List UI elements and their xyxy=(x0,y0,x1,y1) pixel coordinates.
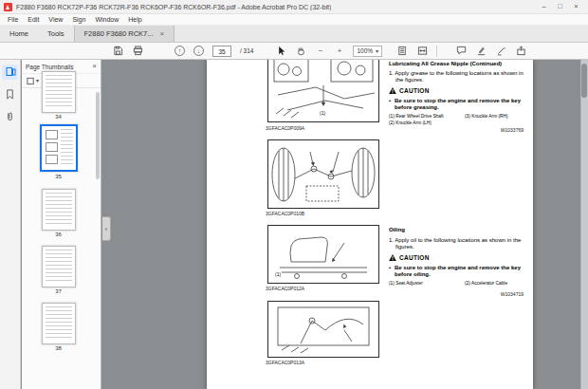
attachments-paperclip-icon[interactable] xyxy=(2,108,18,123)
main-toolbar: ↑ ↓ 35 / 314 − + 100% ▾ xyxy=(0,43,588,60)
close-button[interactable]: × xyxy=(568,0,584,13)
bookmarks-panel-icon[interactable] xyxy=(2,86,18,102)
legend-item: (1) Seat Adjuster xyxy=(389,281,465,287)
greasing-legend: (1) Rear Wheel Drive Shaft (3) Knuckle A… xyxy=(389,114,524,126)
oiling-step: 1. Apply oil to the following locations … xyxy=(389,237,524,250)
figure-accelerator-cable xyxy=(267,301,379,358)
thumbnail-figure xyxy=(46,142,58,152)
greasing-warning-text: Be sure to stop the engine and remove th… xyxy=(395,98,524,111)
tab-document[interactable]: F2880 F3680 RCK7... × xyxy=(74,26,175,42)
thumbnail-label: 37 xyxy=(22,288,95,294)
figure-callout: (1) xyxy=(319,110,326,116)
figure-drive-shaft: (1) xyxy=(267,60,379,122)
panel-close-icon[interactable]: × xyxy=(92,63,97,70)
tab-tools[interactable]: Tools xyxy=(38,26,74,42)
menu-file[interactable]: File xyxy=(3,14,23,26)
chevron-down-icon: ▾ xyxy=(376,48,378,54)
caution-label: CAUTION xyxy=(399,87,430,94)
select-tool-icon[interactable] xyxy=(275,46,286,57)
caution-label: CAUTION xyxy=(399,254,430,261)
tab-document-label: F2880 F3680 RCK7... xyxy=(84,29,154,38)
tab-bar: Home Tools F2880 F3680 RCK7... × xyxy=(0,26,588,43)
bullet-icon: • xyxy=(389,98,393,111)
figure-illustration xyxy=(268,302,378,357)
thumbnail-label: 36 xyxy=(22,232,95,237)
thumbnail-label: 35 xyxy=(22,174,95,179)
zoom-in-button[interactable]: + xyxy=(334,46,344,55)
thumbnail-label: 38 xyxy=(22,345,95,351)
next-page-button[interactable]: ↓ xyxy=(193,46,204,56)
collapse-panel-button[interactable]: ‹ xyxy=(102,216,111,241)
greasing-heading: Lubricating All Grease Nipple (Continued… xyxy=(389,61,524,66)
reference-code: W1033769 xyxy=(389,127,524,133)
print-icon[interactable] xyxy=(132,46,143,57)
figure-callout: (1) xyxy=(274,271,282,277)
menu-view[interactable]: View xyxy=(44,14,67,26)
tab-home[interactable]: Home xyxy=(0,26,38,42)
window-controls: – □ × xyxy=(536,0,584,13)
thumbnail-page-35[interactable] xyxy=(40,124,78,172)
share-icon[interactable] xyxy=(515,46,526,57)
navigation-rail xyxy=(0,60,21,389)
minimize-button[interactable]: – xyxy=(536,0,552,13)
figure-illustration xyxy=(268,140,378,208)
hand-tool-icon[interactable] xyxy=(295,46,306,57)
menu-help[interactable]: Help xyxy=(123,14,146,26)
oiling-legend: (1) Seat Adjuster (2) Accelerator Cable xyxy=(389,281,524,287)
toolbar-divider xyxy=(436,46,437,57)
thumbnail-page-36[interactable] xyxy=(42,189,76,231)
figure-illustration xyxy=(268,226,378,283)
oiling-caution: CAUTION xyxy=(389,254,524,261)
page-thumbnails-panel: Page Thumbnails × ▾ 34 35 xyxy=(22,60,101,389)
zoom-level-dropdown[interactable]: 100% ▾ xyxy=(353,46,382,57)
panel-scrollbar-thumb[interactable] xyxy=(96,92,100,179)
legend-item: (2) Knuckle Arm (LH) xyxy=(389,120,465,127)
menu-sign[interactable]: Sign xyxy=(67,14,90,26)
thumbnail-page-37[interactable] xyxy=(42,246,76,287)
figure-code: 3GFACAC0P013A xyxy=(266,360,304,365)
figure-knuckle-arms xyxy=(267,139,379,209)
page-thumbnails-panel-icon[interactable] xyxy=(2,65,18,80)
oiling-warning-text: Be sure to stop the engine and remove th… xyxy=(395,265,524,278)
caution-triangle-icon xyxy=(389,87,396,94)
greasing-warning: • Be sure to stop the engine and remove … xyxy=(389,98,524,111)
fill-sign-icon[interactable] xyxy=(495,46,506,57)
thumbnail-options-icon[interactable]: ▾ xyxy=(27,77,39,85)
legend-item: (2) Accelerator Cable xyxy=(465,281,524,287)
zoom-out-button[interactable]: − xyxy=(315,46,325,55)
zoom-level-value: 100% xyxy=(357,47,373,54)
thumbnail-content xyxy=(46,250,72,284)
thumbnail-label: 34 xyxy=(22,114,95,120)
thumbnail-page-38[interactable] xyxy=(42,303,76,344)
caution-triangle-icon xyxy=(389,254,396,261)
page-text-column: Lubricating All Grease Nipple (Continued… xyxy=(389,60,524,389)
previous-page-button[interactable]: ↑ xyxy=(175,46,185,56)
figure-seat-adjuster: (1) xyxy=(267,225,379,284)
legend-item xyxy=(465,120,524,127)
page-count-label: / 314 xyxy=(240,47,253,54)
reference-code: W1034719 xyxy=(389,291,524,297)
chevron-down-icon: ▾ xyxy=(36,78,39,83)
greasing-caution: CAUTION xyxy=(389,87,524,94)
highlight-icon[interactable] xyxy=(475,46,487,57)
document-scrollbar[interactable] xyxy=(580,60,588,389)
thumbnail-figure xyxy=(46,155,58,164)
figure-code: 3GFACAC0P009A xyxy=(266,125,304,131)
oiling-warning: • Be sure to stop the engine and remove … xyxy=(389,265,524,278)
save-icon[interactable] xyxy=(112,46,123,57)
menu-edit[interactable]: Edit xyxy=(23,14,44,26)
thumbnail-content xyxy=(61,129,73,167)
thumbnail-content xyxy=(46,75,72,109)
fit-width-icon[interactable] xyxy=(416,46,428,57)
page-number-input[interactable]: 35 xyxy=(212,46,231,57)
thumbnail-content xyxy=(46,193,72,227)
figure-code: 3GFACAC0P010B xyxy=(266,211,304,216)
menu-window[interactable]: Window xyxy=(90,14,123,26)
maximize-button[interactable]: □ xyxy=(552,0,568,13)
comment-icon[interactable] xyxy=(455,46,467,57)
scrollbar-thumb[interactable] xyxy=(581,64,587,98)
figure-code: 3GFACAC0P012A xyxy=(266,286,304,291)
page-display-dropdown-icon[interactable] xyxy=(396,46,408,57)
tab-close-icon[interactable]: × xyxy=(160,30,165,38)
thumbnail-page-34[interactable] xyxy=(42,71,76,113)
